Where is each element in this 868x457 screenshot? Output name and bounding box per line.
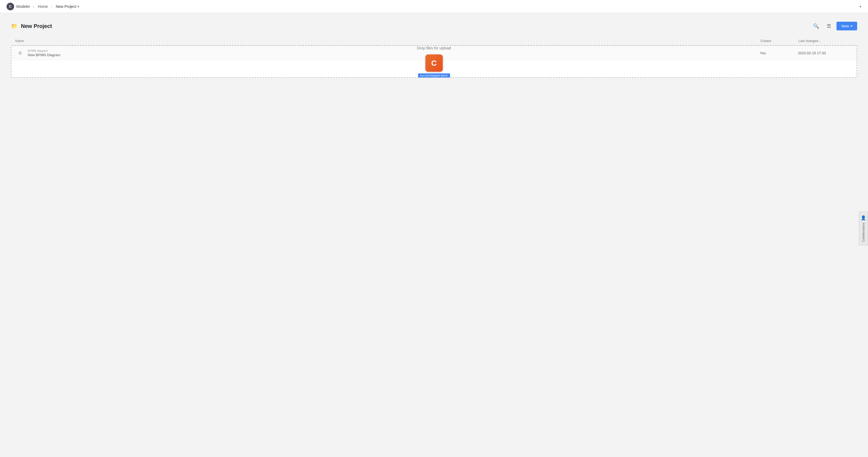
row-info: BPMN diagram New BPMN Diagram (28, 49, 760, 57)
navbar: C Modeler › Home › New Project ▾ ▾ (0, 0, 868, 13)
new-button[interactable]: New ▾ (837, 22, 857, 30)
collaborators-label: Collaborators (862, 223, 865, 242)
breadcrumb-separator-1: › (33, 4, 35, 9)
row-name: New BPMN Diagram (28, 53, 760, 57)
navbar-left: C Modeler › Home › New Project ▾ (6, 3, 79, 10)
search-button[interactable]: 🔍 (811, 22, 821, 30)
navbar-chevron-icon[interactable]: ▾ (860, 4, 862, 9)
breadcrumb-chevron-icon[interactable]: ▾ (78, 5, 79, 8)
row-settings-icon: ⚙ (16, 48, 25, 57)
filter-icon: ☰ (827, 23, 831, 29)
search-icon: 🔍 (813, 23, 819, 29)
main-content: 📁 New Project 🔍 ☰ New ▾ Name Creator Las… (0, 13, 868, 87)
row-type: BPMN diagram (28, 49, 760, 53)
table-area[interactable]: ⚙ BPMN diagram New BPMN Diagram You 2022… (11, 45, 857, 78)
page-actions: 🔍 ☰ New ▾ (811, 22, 857, 30)
page-header: 📁 New Project 🔍 ☰ New ▾ (11, 22, 857, 30)
new-button-chevron-icon: ▾ (850, 24, 852, 28)
person-icon: 👤 (861, 215, 866, 220)
file-name-badge: my-cool-diagram.bpmn (418, 73, 450, 77)
page-title: New Project (21, 23, 52, 29)
table-header: Name Creator Last changed ↓ (11, 37, 857, 45)
collaborators-sidebar[interactable]: 👤 Collaborators (859, 212, 868, 246)
col-changed-header: Last changed ↓ (799, 39, 853, 43)
page-title-group: 📁 New Project (11, 23, 52, 29)
app-name: Modeler (16, 4, 30, 9)
sort-icon[interactable]: ↓ (819, 39, 821, 43)
breadcrumb-separator-2: › (51, 4, 53, 9)
folder-icon: 📁 (11, 23, 18, 29)
col-creator-header: Creator (761, 39, 799, 43)
navbar-right: ▾ (860, 4, 862, 9)
row-changed: 2022-02-15 17:33 (798, 51, 852, 55)
breadcrumb-home[interactable]: Home (38, 4, 48, 9)
filter-button[interactable]: ☰ (825, 22, 833, 30)
row-creator: You (760, 51, 798, 55)
table-row[interactable]: ⚙ BPMN diagram New BPMN Diagram You 2022… (11, 46, 857, 60)
col-name-header: Name (15, 39, 761, 43)
app-logo: C (6, 3, 14, 10)
breadcrumb-current[interactable]: New Project ▾ (56, 4, 79, 9)
